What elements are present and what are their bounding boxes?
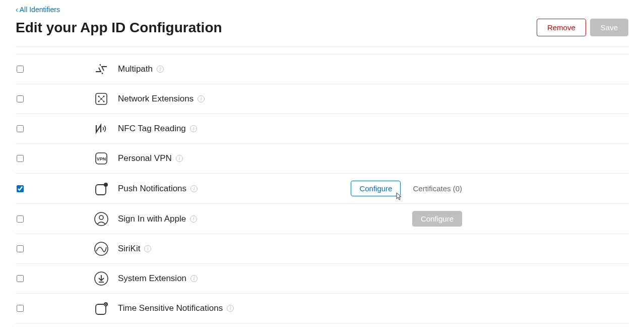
cursor-icon: [395, 192, 403, 201]
page-title: Edit your App ID Configuration: [16, 20, 222, 36]
capability-row-multipath: Multipath i: [16, 54, 628, 84]
svg-text:⏱: ⏱: [104, 303, 107, 306]
info-icon[interactable]: i: [198, 95, 205, 102]
capability-row-nfc: NFC Tag Reading i: [16, 114, 628, 144]
back-link[interactable]: ‹ All Identifiers: [16, 6, 60, 14]
info-icon[interactable]: i: [176, 155, 183, 162]
save-button: Save: [590, 19, 628, 36]
checkbox-time-sensitive[interactable]: [17, 305, 24, 312]
svg-point-15: [95, 212, 108, 226]
capability-label: System Extension: [118, 274, 186, 284]
checkbox-siwa[interactable]: [17, 215, 24, 223]
sirikit-icon: [94, 241, 118, 256]
capability-row-mdm: MDM Managed Associated Domains i: [16, 47, 628, 54]
capability-label: Push Notifications: [118, 184, 186, 194]
nfc-icon: [94, 121, 118, 136]
header-actions: Remove Save: [537, 19, 628, 36]
capability-row-personal-vpn: VPN Personal VPN i: [16, 144, 628, 174]
info-icon[interactable]: i: [190, 125, 197, 132]
multipath-icon: [94, 62, 118, 77]
info-icon[interactable]: i: [190, 215, 197, 223]
capability-label: NFC Tag Reading: [118, 124, 186, 134]
capability-row-time-sensitive: ⏱ Time Sensitive Notifications i: [16, 294, 628, 323]
certificates-label: Certificates (0): [413, 184, 462, 193]
info-icon[interactable]: i: [190, 275, 198, 282]
capability-label: SiriKit: [118, 244, 140, 254]
capability-label: Network Extensions: [118, 94, 194, 104]
checkbox-nfc[interactable]: [17, 125, 24, 132]
svg-point-16: [99, 215, 103, 220]
header: Edit your App ID Configuration Remove Sa…: [16, 19, 628, 36]
checkbox-push[interactable]: [17, 185, 24, 192]
info-icon[interactable]: i: [144, 245, 151, 252]
checkbox-personal-vpn[interactable]: [17, 155, 24, 162]
checkbox-multipath[interactable]: [17, 66, 24, 73]
system-extension-icon: [94, 271, 118, 286]
capability-label: Multipath: [118, 64, 153, 74]
network-extensions-icon: [94, 91, 118, 106]
push-icon: [94, 181, 118, 196]
capability-row-network-extensions: Network Extensions i: [16, 84, 628, 114]
time-sensitive-icon: ⏱: [94, 301, 118, 316]
capability-row-push: Push Notifications i Configure Certifica…: [16, 174, 628, 204]
capability-row-sirikit: SiriKit i: [16, 234, 628, 264]
capability-row-siwa: Sign In with Apple i Configure: [16, 204, 628, 234]
info-icon[interactable]: i: [227, 305, 234, 312]
configure-button-siwa: Configure: [412, 211, 462, 227]
svg-text:VPN: VPN: [97, 156, 106, 161]
info-icon[interactable]: i: [157, 66, 164, 73]
checkbox-network-extensions[interactable]: [17, 95, 24, 102]
capability-label: Personal VPN: [118, 153, 172, 164]
capability-label: Sign In with Apple: [118, 214, 186, 224]
info-icon[interactable]: i: [190, 185, 198, 192]
checkbox-sirikit[interactable]: [17, 245, 24, 252]
svg-point-14: [104, 183, 108, 187]
page-container: ‹ All Identifiers Edit your App ID Confi…: [0, 0, 644, 323]
capability-label: Time Sensitive Notifications: [118, 303, 223, 313]
remove-button[interactable]: Remove: [537, 19, 586, 36]
svg-rect-13: [96, 185, 106, 195]
capabilities-list: MDM Managed Associated Domains i Multipa…: [16, 46, 628, 323]
capability-row-system-extension: System Extension i: [16, 264, 628, 294]
vpn-icon: VPN: [94, 151, 118, 166]
siwa-icon: [94, 211, 118, 227]
configure-button-push[interactable]: Configure: [351, 181, 401, 196]
checkbox-system-extension[interactable]: [17, 275, 24, 282]
